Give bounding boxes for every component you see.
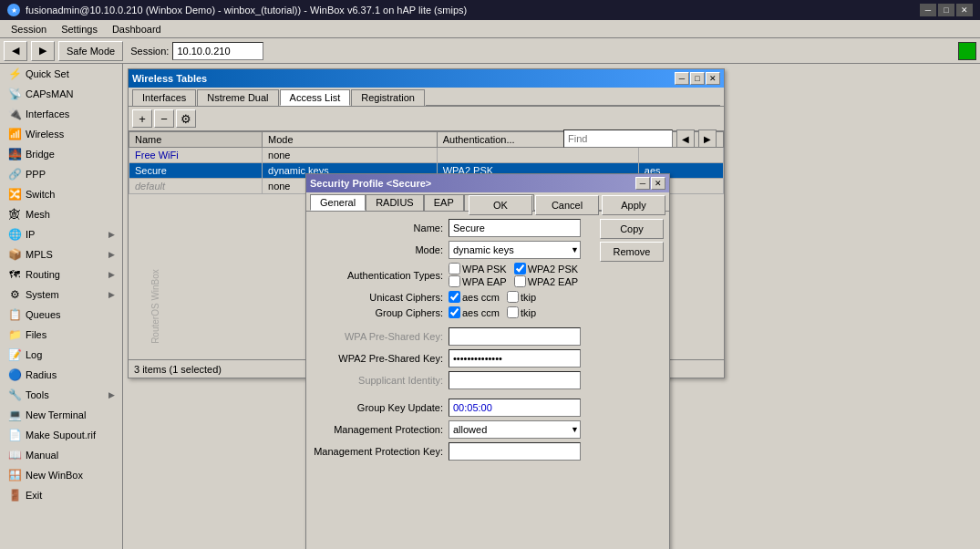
uni-tkip-label: tkip [507,291,536,303]
remove-button[interactable]: Remove [600,242,664,262]
uni-tkip-checkbox[interactable] [507,291,519,303]
sidebar-item-log[interactable]: 📝 Log [0,345,122,365]
safe-mode-button[interactable]: Safe Mode [58,41,123,61]
wt-restore-button[interactable]: □ [690,72,705,85]
settings-button[interactable]: ⚙ [176,109,196,128]
group-key-update-input[interactable] [449,399,581,417]
row1-auth [437,148,638,163]
mgmt-prot-key-input[interactable] [449,442,581,461]
name-label: Name: [312,223,449,233]
menu-session[interactable]: Session [4,22,54,36]
find-input[interactable] [563,129,673,148]
wt-minimize-button[interactable]: ─ [675,72,689,85]
find-next-button[interactable]: ▶ [698,129,717,148]
col-mode[interactable]: Mode [263,132,438,148]
tab-access-list[interactable]: Access List [280,89,351,106]
remove-button[interactable]: − [154,109,174,128]
col-name[interactable]: Name [129,132,263,148]
wpa-eap-checkbox[interactable] [449,275,460,287]
sidebar-item-manual[interactable]: 📖 Manual [0,445,122,465]
tab-registration[interactable]: Registration [351,89,425,106]
wpa2-psk-input[interactable] [449,349,581,368]
supplicant-label: Supplicant Identity: [312,375,449,386]
sidebar-item-system[interactable]: ⚙ System ▶ [0,285,122,305]
tab-interfaces[interactable]: Interfaces [132,89,196,106]
menu-bar: Session Settings Dashboard [0,20,980,38]
sp-tab-general[interactable]: General [310,194,366,211]
wpa2-eap-checkbox[interactable] [514,275,526,287]
back-button[interactable]: ◀ [4,41,27,61]
sp-close-button[interactable]: ✕ [651,177,665,190]
supplicant-input[interactable] [449,371,581,389]
sp-minimize-button[interactable]: ─ [635,177,650,190]
sidebar-item-capsman-label: CAPsMAN [26,88,74,99]
sidebar-item-make-supout[interactable]: 📄 Make Supout.rif [0,425,122,445]
auth-types-label: Authentication Types: [312,270,449,281]
wireless-tables-title-bar[interactable]: Wireless Tables ─ □ ✕ [129,69,724,88]
table-row[interactable]: Free WiFi none [129,148,724,163]
sidebar-item-interfaces[interactable]: 🔌 Interfaces [0,104,122,124]
wpa2-eap-checkbox-label: WPA2 EAP [514,275,578,287]
minimize-button[interactable]: ─ [920,4,936,16]
sp-tab-eap[interactable]: EAP [424,194,464,211]
sidebar: ⚡ Quick Set 📡 CAPsMAN 🔌 Interfaces 📶 Wir… [0,64,123,549]
sp-tab-radius[interactable]: RADIUS [366,194,424,211]
auth-types-row: Authentication Types: WPA PSK [312,263,589,287]
sidebar-item-bridge[interactable]: 🌉 Bridge [0,144,122,164]
sidebar-item-capsman[interactable]: 📡 CAPsMAN [0,84,122,104]
mgmt-prot-label: Management Protection: [312,424,449,435]
sidebar-item-tools[interactable]: 🔧 Tools ▶ [0,385,122,405]
sidebar-item-routing[interactable]: 🗺 Routing ▶ [0,264,122,285]
group-label: Group Ciphers: [312,307,449,318]
security-profile-title-bar[interactable]: Security Profile <Secure> ─ ✕ [306,174,669,192]
maximize-button[interactable]: □ [938,4,954,16]
wpa2-psk-checkbox[interactable] [514,263,526,274]
mgmt-prot-select[interactable]: disabled allowed required [449,420,581,439]
wpa-psk-input[interactable] [449,327,581,346]
copy-button[interactable]: Copy [600,219,664,239]
menu-settings[interactable]: Settings [54,22,105,36]
sidebar-item-mpls[interactable]: 📦 MPLS ▶ [0,244,122,264]
find-prev-button[interactable]: ◀ [676,129,695,148]
sidebar-item-files[interactable]: 📁 Files [0,325,122,345]
sidebar-item-quickset[interactable]: ⚡ Quick Set [0,64,122,84]
wpa-psk-checkbox[interactable] [449,263,460,274]
grp-aes-ccm-checkbox[interactable] [449,306,460,318]
sidebar-item-queues[interactable]: 📋 Queues [0,305,122,325]
wt-close-button[interactable]: ✕ [706,72,720,85]
sidebar-item-new-terminal[interactable]: 💻 New Terminal [0,405,122,425]
row2-name: Secure [129,163,263,179]
forward-button[interactable]: ▶ [31,41,55,61]
sidebar-item-exit[interactable]: 🚪 Exit [0,485,122,505]
sidebar-item-mesh[interactable]: 🕸 Mesh [0,204,122,224]
session-input[interactable] [172,42,263,60]
sidebar-item-new-winbox[interactable]: 🪟 New WinBox [0,465,122,485]
mpls-arrow-icon: ▶ [108,250,115,259]
sidebar-item-wireless[interactable]: 📶 Wireless [0,124,122,144]
tab-nstreme-dual[interactable]: Nstreme Dual [197,89,278,106]
grp-tkip-checkbox[interactable] [507,306,519,318]
manual-icon: 📖 [7,448,22,462]
sidebar-item-mesh-label: Mesh [26,209,50,220]
add-button[interactable]: + [132,109,152,128]
session-label: Session: [130,46,169,57]
sidebar-item-bridge-label: Bridge [26,149,55,160]
sidebar-item-wireless-label: Wireless [26,129,64,140]
wpa2-psk-checkbox-label: WPA2 PSK [514,263,578,274]
sidebar-item-ip[interactable]: 🌐 IP ▶ [0,224,122,244]
mgmt-prot-row: Management Protection: disabled allowed … [312,420,589,439]
name-input[interactable] [449,219,581,237]
new-terminal-icon: 💻 [7,408,22,422]
sidebar-item-ppp[interactable]: 🔗 PPP [0,164,122,184]
sidebar-item-radius[interactable]: 🔵 Radius [0,365,122,385]
unicast-ciphers-row: Unicast Ciphers: aes ccm tkip [312,291,589,303]
menu-dashboard[interactable]: Dashboard [105,22,169,36]
sidebar-item-switch[interactable]: 🔀 Switch [0,184,122,204]
wpa-psk-row: WPA Pre-Shared Key: [312,327,589,346]
mode-select[interactable]: none static keys required static keys op… [449,241,581,259]
sp-right-buttons: Copy Remove [594,212,669,471]
sidebar-item-make-supout-label: Make Supout.rif [26,430,96,440]
tools-arrow-icon: ▶ [108,390,115,399]
close-button[interactable]: ✕ [956,4,973,16]
uni-aes-ccm-checkbox[interactable] [449,291,460,303]
